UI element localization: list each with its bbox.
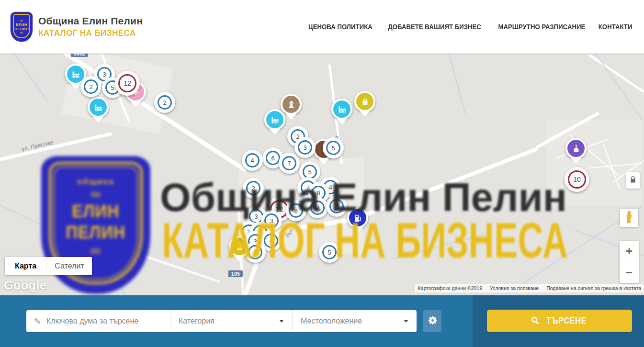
cluster-marker[interactable]: 5 xyxy=(319,242,340,263)
map-road xyxy=(588,54,644,93)
main-nav: ЦЕНОВА ПОЛИТИКА ДОБАВЕТЕ ВАШИЯТ БИЗНЕС М… xyxy=(304,22,644,31)
map-road xyxy=(356,147,538,220)
category-select-value: Категория xyxy=(179,317,215,325)
map-type-map-button[interactable]: Карта xyxy=(5,257,47,275)
search-button[interactable]: ТЪРСЕНЕ xyxy=(487,310,632,332)
keyword-input[interactable] xyxy=(46,317,163,325)
pencil-icon: ✎ xyxy=(34,316,41,327)
factory-pin[interactable] xyxy=(264,109,285,130)
site-logo[interactable]: ∞ ЕЛИН ПЕЛИН ∞ Община Елин Пелин КАТАЛОГ… xyxy=(11,12,143,42)
factory-pin[interactable] xyxy=(331,99,352,120)
pegman-icon xyxy=(624,210,634,226)
map-line xyxy=(0,205,69,238)
cluster-marker[interactable]: 2 xyxy=(307,197,328,218)
cluster-marker[interactable]: 5 xyxy=(323,137,344,158)
chevron-down-icon xyxy=(404,320,408,323)
cluster-marker[interactable]: 2 xyxy=(80,76,102,97)
chevron-down-icon xyxy=(279,320,284,323)
location-select-value: Местоположение xyxy=(301,317,362,325)
map-line xyxy=(449,54,466,114)
lock-icon xyxy=(630,176,636,186)
map-road xyxy=(0,132,112,162)
cluster-marker[interactable]: 7 xyxy=(279,153,300,174)
search-icon xyxy=(531,316,539,326)
cluster-marker[interactable]: 2 xyxy=(326,196,347,217)
cluster-marker[interactable]: 8 xyxy=(285,200,306,221)
keyword-field[interactable]: ✎ xyxy=(26,310,170,332)
factory-pin[interactable] xyxy=(88,97,109,118)
google-logo: Google xyxy=(4,279,46,292)
map-type-satellite-button[interactable]: Сателит xyxy=(47,257,92,275)
cluster-marker[interactable]: 3 xyxy=(294,137,316,158)
advanced-settings-button[interactable] xyxy=(423,310,441,332)
map-line xyxy=(393,234,486,259)
map-type-control: Карта Сателит xyxy=(5,257,92,275)
cluster-marker[interactable]: 3 xyxy=(245,242,266,263)
nav-item-pricing[interactable]: ЦЕНОВА ПОЛИТИКА xyxy=(308,22,373,31)
gear-icon xyxy=(428,315,438,327)
road-number-badge: 105 xyxy=(228,270,243,277)
map-line xyxy=(14,54,47,101)
search-bar: ✎ Категория Местоположение ТЪРСЕНЕ xyxy=(0,295,644,347)
street-view-pegman[interactable] xyxy=(620,209,638,227)
cluster-marker[interactable]: 4 xyxy=(242,150,263,171)
cluster-marker[interactable]: 2 xyxy=(243,178,264,199)
search-button-label: ТЪРСЕНЕ xyxy=(546,316,586,326)
cluster-marker[interactable]: 12 xyxy=(115,71,140,96)
fuel-pin[interactable] xyxy=(347,207,368,228)
site-subtitle: КАТАЛОГ НА БИЗНЕСА xyxy=(38,28,138,38)
search-fields: ✎ Категория Местоположение xyxy=(26,310,417,332)
attribution-report-link[interactable]: Подаване на сигнал за грешка в картата xyxy=(546,285,641,291)
cluster-marker[interactable]: 10 xyxy=(565,167,589,192)
nav-item-add-business[interactable]: ДОБАВЕТЕ ВАШИЯТ БИЗНЕС xyxy=(388,22,481,31)
map-canvas[interactable]: 325122235647572481282233383435106002105у… xyxy=(0,54,644,295)
zoom-out-button[interactable]: − xyxy=(620,262,639,283)
map-road xyxy=(71,230,220,283)
site-header: ∞ ЕЛИН ПЕЛИН ∞ Община Елин Пелин КАТАЛОГ… xyxy=(0,0,644,54)
nav-item-contacts[interactable]: КОНТАКТИ xyxy=(599,22,633,31)
map-line xyxy=(110,252,125,295)
bag-pin[interactable] xyxy=(354,91,375,112)
zoom-control: + − xyxy=(620,241,639,283)
church-pin[interactable] xyxy=(565,138,587,159)
cluster-marker[interactable]: 2 xyxy=(154,92,175,113)
map-attribution: Картографски данни ©2019 Условия за полз… xyxy=(415,284,644,292)
site-title: Община Елин Пелин xyxy=(38,15,143,27)
attribution-terms-link[interactable]: Условия за ползване xyxy=(490,285,539,291)
nav-item-bus-schedule[interactable]: МАРШРУТНО РАЗПИСАНИЕ xyxy=(498,22,585,31)
location-select[interactable]: Местоположение xyxy=(292,310,417,332)
attribution-copyright: Картографски данни ©2019 xyxy=(418,285,482,291)
municipality-crest-icon: ∞ ЕЛИН ПЕЛИН ∞ xyxy=(11,12,33,42)
zoom-in-button[interactable]: + xyxy=(620,241,639,262)
category-select[interactable]: Категория xyxy=(170,310,292,332)
road-number-badge: 6002 xyxy=(71,54,88,57)
lock-control[interactable] xyxy=(626,172,640,189)
worker-pin[interactable] xyxy=(281,94,302,115)
